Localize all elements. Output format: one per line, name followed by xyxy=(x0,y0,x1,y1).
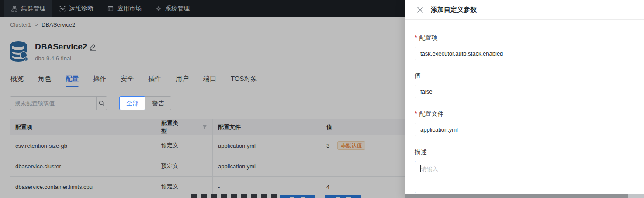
drawer-form: *配置项 值 *配置文件 描述 xyxy=(405,34,644,193)
required-asterisk: * xyxy=(415,34,417,41)
textarea-placeholder: 请输入 xyxy=(421,166,438,172)
config-item-input[interactable] xyxy=(415,47,644,60)
drawer-title: 添加自定义参数 xyxy=(431,6,477,14)
horizontal-scrollbar-thumb[interactable] xyxy=(405,194,628,198)
filter-all-button[interactable]: 全部 xyxy=(119,96,145,110)
app-window: 集群管理 运维诊断 应用市场 系统管理 Cluster1 > DBAServic… xyxy=(0,0,644,198)
config-file-input[interactable] xyxy=(415,123,644,136)
text-cursor xyxy=(420,165,421,172)
field-label: 描述 xyxy=(415,148,427,155)
form-field-config-file: *配置文件 xyxy=(415,110,644,136)
modal-overlay[interactable] xyxy=(0,0,405,198)
form-field-value: 值 xyxy=(415,72,644,98)
value-input[interactable] xyxy=(415,85,644,98)
required-asterisk: * xyxy=(415,110,417,117)
form-field-description: 描述 请输入 xyxy=(415,148,644,193)
drawer-header: 添加自定义参数 xyxy=(405,0,644,20)
close-button[interactable] xyxy=(416,6,424,14)
close-icon xyxy=(417,7,423,13)
horizontal-scrollbar xyxy=(405,194,644,198)
form-field-config-item: *配置项 xyxy=(415,34,644,60)
description-textarea[interactable]: 请输入 xyxy=(415,161,644,193)
add-custom-parameter-drawer: 添加自定义参数 *配置项 值 *配置文件 xyxy=(405,0,644,198)
field-label: 值 xyxy=(415,72,421,79)
field-label: 配置项 xyxy=(419,34,437,41)
field-label: 配置文件 xyxy=(419,110,443,117)
